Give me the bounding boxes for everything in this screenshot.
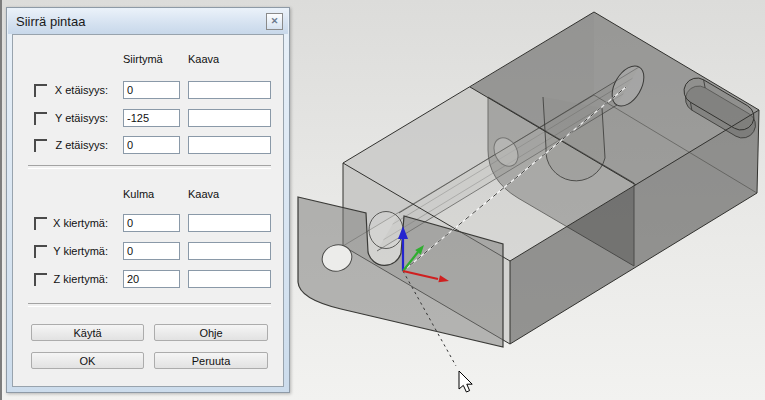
z-distance-formula-input[interactable] [188,136,271,154]
column-header-siirtyma: Siirtymä [123,53,163,65]
close-icon[interactable]: ✕ [266,13,283,30]
y-distance-formula-input[interactable] [188,109,271,127]
z-distance-input[interactable] [123,136,180,154]
y-rotation-input[interactable] [123,242,180,260]
z-rotation-formula-input[interactable] [188,270,271,288]
slot-channel-end [543,97,605,181]
y-distance-label: Y etäisyys: [43,109,108,127]
row-y-rotation: Y kiertymä: [13,242,283,260]
move-surface-dialog: Siirrä pintaa ✕ Siirtymä Kaava X etäisyy… [6,7,290,393]
x-rotation-label: X kiertymä: [43,214,108,232]
dialog-body: Siirtymä Kaava X etäisyys: Y etäisyys: [12,34,284,387]
separator [28,303,271,307]
row-z-distance: Z etäisyys: [13,136,283,154]
dialog-title: Siirrä pintaa [16,9,85,34]
row-x-rotation: X kiertymä: [13,214,283,232]
z-rotation-label: Z kiertymä: [43,270,108,288]
column-header-kulma: Kulma [123,188,154,200]
z-distance-label: Z etäisyys: [43,136,108,154]
y-rotation-formula-input[interactable] [188,242,271,260]
cancel-button[interactable]: Peruuta [154,352,268,369]
column-header-kaava-1: Kaava [188,53,219,65]
x-rotation-formula-input[interactable] [188,214,271,232]
row-z-rotation: Z kiertymä: [13,270,283,288]
window-edge [0,0,2,400]
x-distance-label: X etäisyys: [43,81,108,99]
app-stage: Siirrä pintaa ✕ Siirtymä Kaava X etäisyy… [0,0,765,400]
column-header-kaava-2: Kaava [188,188,219,200]
row-y-distance: Y etäisyys: [13,109,283,127]
row-x-distance: X etäisyys: [13,81,283,99]
plate-notch-circle [369,212,403,249]
help-button[interactable]: Ohje [154,324,268,341]
dialog-titlebar[interactable]: Siirrä pintaa [8,9,288,34]
cursor-icon [459,371,472,392]
x-distance-input[interactable] [123,81,180,99]
separator [28,165,271,169]
y-rotation-label: Y kiertymä: [43,242,108,260]
z-rotation-input[interactable] [123,270,180,288]
x-distance-formula-input[interactable] [188,81,271,99]
ok-button[interactable]: OK [31,352,144,369]
x-rotation-input[interactable] [123,214,180,232]
y-distance-input[interactable] [123,109,180,127]
apply-button[interactable]: Käytä [31,324,144,341]
